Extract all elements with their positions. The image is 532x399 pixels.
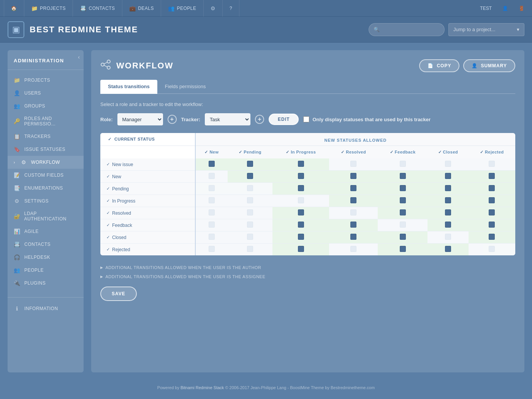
- workflow-cell[interactable]: [272, 183, 329, 195]
- workflow-cell[interactable]: [329, 244, 378, 256]
- workflow-cell[interactable]: [228, 244, 273, 256]
- checkbox-unchecked[interactable]: [247, 209, 253, 215]
- checkbox-checked[interactable]: [209, 161, 215, 167]
- checkbox-unchecked[interactable]: [350, 246, 356, 252]
- workflow-cell[interactable]: [228, 231, 273, 244]
- checkbox-checked[interactable]: [298, 185, 304, 191]
- sidebar-item-issue-statuses[interactable]: 🔖 ISSUE STATUSES: [8, 143, 84, 156]
- workflow-cell[interactable]: [329, 195, 378, 207]
- sidebar-item-ldap[interactable]: 🔐 LDAP AUTHENTICATION: [8, 207, 84, 225]
- workflow-cell[interactable]: [272, 231, 329, 244]
- workflow-cell[interactable]: [195, 171, 228, 183]
- checkbox-checked[interactable]: [350, 185, 356, 191]
- workflow-cell[interactable]: [272, 207, 329, 219]
- sidebar-item-enumerations[interactable]: 📑 ENUMERATIONS: [8, 182, 84, 195]
- workflow-cell[interactable]: [228, 171, 273, 183]
- sidebar-item-users[interactable]: 👤 USERS: [8, 87, 84, 100]
- nav-projects[interactable]: 📁 Projects: [24, 0, 73, 17]
- workflow-cell[interactable]: [195, 231, 228, 244]
- checkbox-checked[interactable]: [445, 209, 451, 215]
- workflow-cell[interactable]: [195, 244, 228, 256]
- workflow-cell[interactable]: [228, 195, 273, 207]
- workflow-cell[interactable]: [329, 231, 378, 244]
- checkbox-unchecked[interactable]: [247, 185, 253, 191]
- workflow-cell[interactable]: [195, 207, 228, 219]
- copy-button[interactable]: 📄 COPY: [419, 59, 459, 72]
- workflow-cell[interactable]: [378, 183, 428, 195]
- sidebar-item-trackers[interactable]: 📋 TRACKERS: [8, 130, 84, 143]
- checkbox-checked[interactable]: [489, 222, 495, 228]
- checkbox-checked[interactable]: [350, 222, 356, 228]
- checkbox-unchecked[interactable]: [209, 185, 215, 191]
- sidebar-item-people[interactable]: 👥 PEOPLE: [8, 264, 84, 277]
- checkbox-unchecked[interactable]: [247, 234, 253, 240]
- sidebar-item-contacts[interactable]: 📇 CONTACTS: [8, 238, 84, 251]
- checkbox-unchecked[interactable]: [247, 222, 253, 228]
- add-tracker-button[interactable]: +: [255, 115, 264, 124]
- tab-fields-permissions[interactable]: Fields permissions: [157, 80, 214, 94]
- tab-status-transitions[interactable]: Status transitions: [100, 80, 157, 94]
- checkbox-checked[interactable]: [350, 234, 356, 240]
- sidebar-item-custom-fields[interactable]: 📝 CUSTOM FIELDS: [8, 169, 84, 182]
- workflow-cell[interactable]: [469, 207, 515, 219]
- checkbox-unchecked[interactable]: [445, 161, 451, 167]
- sidebar-item-workflow[interactable]: › ⚙ WORKFLOW: [8, 156, 84, 169]
- checkbox-checked[interactable]: [298, 209, 304, 215]
- sidebar-item-helpdesk[interactable]: 🎧 HELPDESK: [8, 251, 84, 264]
- workflow-cell[interactable]: [329, 158, 378, 171]
- workflow-cell[interactable]: [428, 244, 468, 256]
- workflow-cell[interactable]: [272, 171, 329, 183]
- checkbox-checked[interactable]: [298, 173, 304, 179]
- workflow-cell[interactable]: [228, 207, 273, 219]
- checkbox-checked[interactable]: [445, 222, 451, 228]
- workflow-cell[interactable]: [272, 158, 329, 171]
- workflow-cell[interactable]: [329, 171, 378, 183]
- checkbox-checked[interactable]: [298, 222, 304, 228]
- workflow-cell[interactable]: [195, 183, 228, 195]
- add-role-button[interactable]: +: [168, 115, 177, 124]
- nav-contacts[interactable]: 📇 Contacts: [73, 0, 122, 17]
- workflow-cell[interactable]: [195, 195, 228, 207]
- workflow-cell[interactable]: [428, 158, 468, 171]
- checkbox-checked[interactable]: [350, 173, 356, 179]
- checkbox-unchecked[interactable]: [350, 209, 356, 215]
- workflow-cell[interactable]: [378, 231, 428, 244]
- workflow-cell[interactable]: [378, 244, 428, 256]
- sidebar-collapse-button[interactable]: ‹: [78, 54, 80, 60]
- workflow-cell[interactable]: [329, 219, 378, 231]
- checkbox-checked[interactable]: [400, 197, 406, 203]
- tracker-select[interactable]: Task Bug Feature Support: [205, 113, 250, 125]
- workflow-cell[interactable]: [469, 244, 515, 256]
- user-name[interactable]: TEST: [476, 6, 496, 11]
- workflow-cell[interactable]: [195, 219, 228, 231]
- nav-people[interactable]: 👥 People: [161, 0, 204, 17]
- edit-button[interactable]: EDIT: [269, 114, 299, 125]
- footer-link[interactable]: Bitnami Redmine Stack: [180, 385, 224, 390]
- workflow-cell[interactable]: [469, 158, 515, 171]
- workflow-cell[interactable]: [469, 195, 515, 207]
- project-jump-dropdown[interactable]: Jump to a project... ▾: [448, 23, 524, 36]
- checkbox-checked[interactable]: [489, 173, 495, 179]
- nav-home[interactable]: 🏠: [4, 0, 24, 17]
- checkbox-checked[interactable]: [350, 197, 356, 203]
- checkbox-checked[interactable]: [298, 161, 304, 167]
- checkbox-checked[interactable]: [489, 209, 495, 215]
- workflow-cell[interactable]: [228, 158, 273, 171]
- workflow-cell[interactable]: [228, 183, 273, 195]
- checkbox-checked[interactable]: [400, 246, 406, 252]
- workflow-cell[interactable]: [272, 244, 329, 256]
- user-icon[interactable]: 👤: [499, 6, 512, 11]
- only-display-statuses-checkbox[interactable]: [303, 116, 309, 122]
- workflow-cell[interactable]: [228, 219, 273, 231]
- checkbox-unchecked[interactable]: [209, 209, 215, 215]
- workflow-cell[interactable]: [378, 171, 428, 183]
- checkbox-checked[interactable]: [400, 234, 406, 240]
- checkbox-unchecked[interactable]: [489, 161, 495, 167]
- workflow-cell[interactable]: [272, 195, 329, 207]
- search-bar[interactable]: 🔍: [369, 23, 445, 36]
- workflow-cell[interactable]: [469, 171, 515, 183]
- workflow-cell[interactable]: [428, 219, 468, 231]
- nav-deals[interactable]: 💼 Deals: [122, 0, 161, 17]
- sidebar-item-projects[interactable]: 📁 PROJECTS: [8, 74, 84, 87]
- checkbox-unchecked[interactable]: [209, 234, 215, 240]
